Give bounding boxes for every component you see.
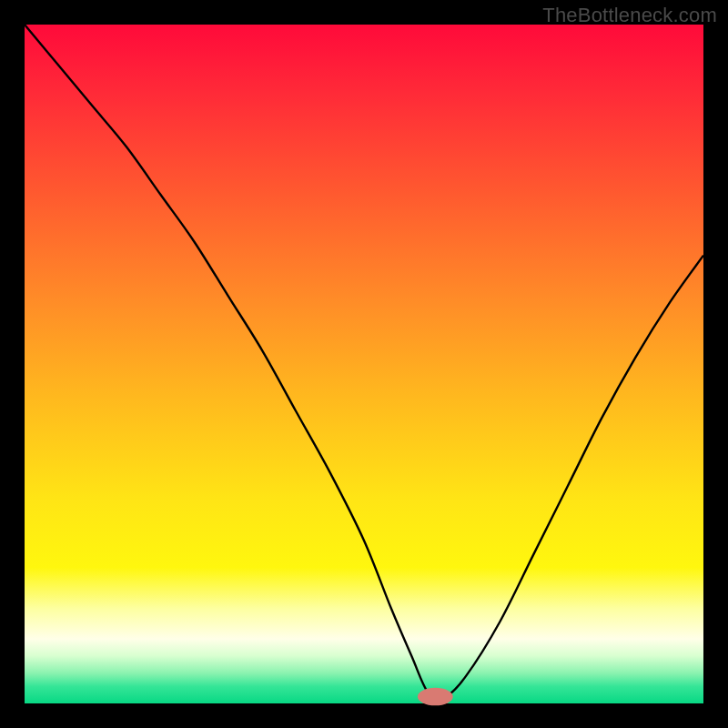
watermark-text: TheBottleneck.com — [542, 4, 717, 27]
bottleneck-chart — [0, 0, 728, 728]
chart-frame: TheBottleneck.com — [0, 0, 728, 728]
optimal-marker — [418, 688, 453, 705]
plot-background — [25, 25, 703, 703]
